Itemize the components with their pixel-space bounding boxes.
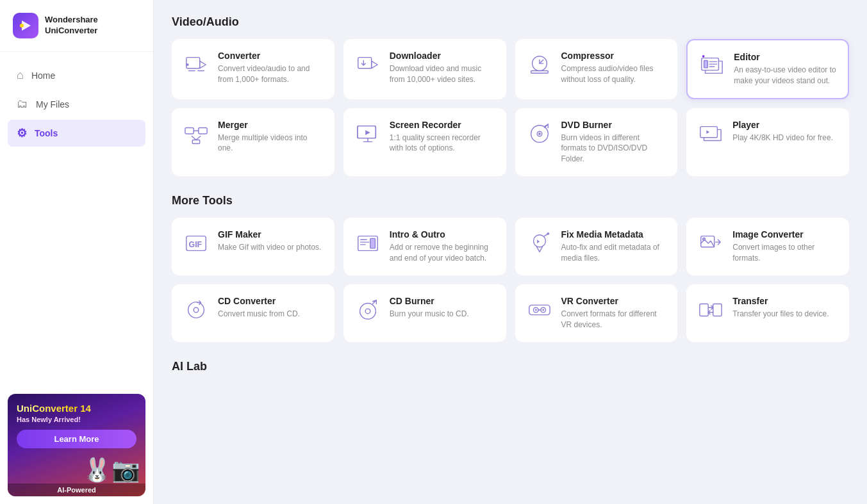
downloader-icon	[354, 51, 382, 79]
image-converter-desc: Convert images to other formats.	[732, 242, 839, 264]
svg-rect-2	[186, 58, 200, 69]
converter-icon	[182, 51, 210, 79]
home-icon: ⌂	[17, 69, 24, 82]
editor-name: Editor	[734, 52, 838, 62]
image-converter-icon	[697, 229, 725, 257]
gif-maker-desc: Make Gif with video or photos.	[218, 242, 324, 253]
nav-myfiles[interactable]: 🗂 My Files	[8, 91, 145, 117]
dvd-burner-name: DVD Burner	[561, 120, 668, 130]
compressor-desc: Compress audio/video files without loss …	[561, 63, 668, 85]
svg-rect-37	[713, 304, 722, 316]
banner-footer: AI-Powered	[8, 484, 145, 496]
svg-point-27	[188, 302, 204, 318]
gif-maker-icon: GIF	[182, 229, 210, 257]
svg-point-9	[702, 55, 705, 58]
svg-point-17	[538, 133, 541, 135]
banner-title-line1: UniConverter 14	[17, 403, 136, 414]
screen-recorder-desc: 1:1 quality screen recorder with lots of…	[390, 133, 496, 154]
svg-point-30	[365, 309, 370, 314]
banner-title-line2: Has Newly Arrived!	[17, 416, 136, 423]
fix-metadata-icon	[525, 229, 554, 257]
main-content: Video/Audio Converter Convert video/audi…	[154, 0, 867, 504]
more-tools-grid: GIF GIF Maker Make Gif with video or pho…	[172, 218, 849, 342]
vr-converter-name: VR Converter	[561, 296, 668, 306]
converter-name: Converter	[218, 51, 324, 61]
merger-name: Merger	[218, 120, 324, 130]
logo-icon	[13, 13, 38, 38]
more-tools-section: More Tools GIF GIF Maker Make Gif with v…	[172, 194, 849, 342]
tool-cd-converter[interactable]: CD Converter Convert music from CD.	[172, 284, 334, 342]
svg-point-3	[186, 63, 189, 66]
nav-tools[interactable]: ⚙ Tools	[8, 120, 145, 147]
ai-lab-section: AI Lab	[172, 360, 849, 373]
tool-dvd-burner[interactable]: DVD Burner Burn videos in different form…	[515, 108, 678, 176]
tool-intro-outro[interactable]: Intro & Outro Add or remove the beginnin…	[343, 218, 506, 275]
transfer-icon	[697, 296, 725, 324]
tool-gif-maker[interactable]: GIF GIF Maker Make Gif with video or pho…	[172, 218, 334, 275]
learn-more-button[interactable]: Learn More	[17, 430, 136, 448]
sidebar: Wondershare UniConverter ⌂ Home 🗂 My Fil…	[0, 0, 154, 504]
transfer-desc: Transfer your files to device.	[732, 309, 839, 320]
dvd-burner-desc: Burn videos in different formats to DVD/…	[561, 133, 668, 165]
cd-burner-desc: Burn your music to CD.	[390, 309, 496, 320]
tool-cd-burner[interactable]: CD Burner Burn your music to CD.	[343, 284, 506, 342]
intro-outro-icon	[354, 229, 382, 257]
converter-desc: Convert video/audio to and from 1,000+ f…	[218, 63, 324, 85]
cd-converter-name: CD Converter	[218, 296, 324, 306]
transfer-name: Transfer	[732, 296, 839, 306]
merger-icon	[182, 120, 210, 148]
intro-outro-name: Intro & Outro	[390, 229, 496, 240]
screen-recorder-name: Screen Recorder	[390, 120, 496, 130]
tools-icon: ⚙	[17, 126, 27, 140]
tool-merger[interactable]: Merger Merge multiple videos into one.	[172, 108, 334, 176]
video-audio-title: Video/Audio	[172, 15, 849, 29]
compressor-name: Compressor	[561, 51, 668, 61]
player-name: Player	[732, 120, 839, 130]
svg-rect-22	[370, 238, 376, 248]
vr-converter-icon	[525, 296, 554, 324]
player-desc: Play 4K/8K HD video for free.	[732, 133, 839, 143]
svg-point-29	[359, 304, 376, 320]
fix-metadata-desc: Auto-fix and edit metadata of media file…	[561, 242, 668, 264]
video-audio-grid: Converter Convert video/audio to and fro…	[172, 39, 849, 176]
screen-recorder-icon	[354, 120, 382, 148]
svg-rect-12	[192, 140, 199, 143]
tool-image-converter[interactable]: Image Converter Convert images to other …	[686, 218, 849, 275]
app-name: Wondershare UniConverter	[45, 15, 98, 37]
tool-player[interactable]: Player Play 4K/8K HD video for free.	[686, 108, 849, 176]
svg-point-23	[533, 235, 545, 247]
downloader-name: Downloader	[390, 51, 496, 61]
video-audio-section: Video/Audio Converter Convert video/audi…	[172, 15, 849, 176]
downloader-desc: Download video and music from 10,000+ vi…	[390, 63, 496, 85]
svg-rect-11	[199, 127, 207, 134]
nav-menu: ⌂ Home 🗂 My Files ⚙ Tools	[0, 52, 153, 386]
svg-rect-10	[185, 127, 194, 134]
more-tools-title: More Tools	[172, 194, 849, 207]
svg-point-26	[703, 238, 706, 240]
dvd-burner-icon	[525, 120, 554, 148]
svg-point-34	[534, 309, 536, 311]
tool-transfer[interactable]: Transfer Transfer your files to device.	[686, 284, 849, 342]
svg-point-35	[542, 309, 544, 311]
image-converter-name: Image Converter	[732, 229, 839, 240]
tool-screen-recorder[interactable]: Screen Recorder 1:1 quality screen recor…	[343, 108, 506, 176]
svg-rect-4	[358, 58, 372, 69]
banner-decoration: 🐰📷	[83, 457, 140, 484]
tool-vr-converter[interactable]: VR Converter Convert formats for differe…	[515, 284, 678, 342]
svg-point-24	[547, 232, 549, 235]
tool-editor[interactable]: Editor An easy-to-use video editor to ma…	[686, 39, 849, 99]
svg-rect-36	[700, 304, 708, 316]
ai-lab-title: AI Lab	[172, 360, 849, 373]
cd-converter-icon	[182, 296, 210, 324]
tool-compressor[interactable]: Compressor Compress audio/video files wi…	[515, 39, 678, 99]
fix-metadata-name: Fix Media Metadata	[561, 229, 668, 240]
svg-rect-6	[531, 71, 548, 74]
tool-fix-metadata[interactable]: Fix Media Metadata Auto-fix and edit met…	[515, 218, 678, 275]
nav-home[interactable]: ⌂ Home	[8, 62, 145, 88]
app-logo: Wondershare UniConverter	[0, 0, 153, 52]
gif-maker-name: GIF Maker	[218, 229, 324, 240]
tool-downloader[interactable]: Downloader Download video and music from…	[343, 39, 506, 99]
svg-point-28	[194, 307, 199, 313]
tool-converter[interactable]: Converter Convert video/audio to and fro…	[172, 39, 334, 99]
svg-rect-8	[704, 60, 708, 67]
